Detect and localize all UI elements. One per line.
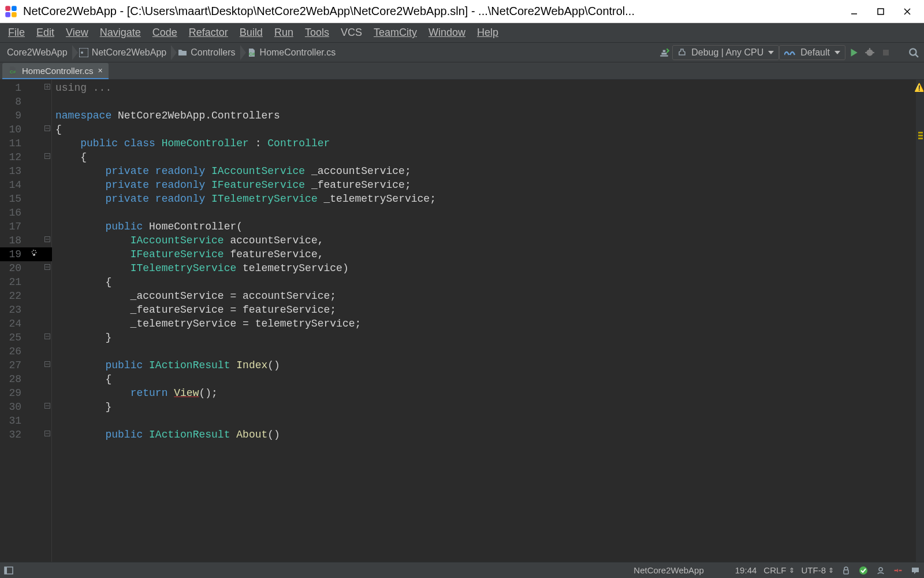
menu-help[interactable]: Help: [471, 24, 504, 41]
svg-rect-2: [5, 12, 10, 17]
menu-edit[interactable]: Edit: [31, 24, 60, 41]
debug-button[interactable]: [862, 45, 878, 60]
fold-collapse-icon[interactable]: [43, 149, 51, 163]
svg-rect-8: [79, 48, 88, 57]
window-minimize-button[interactable]: [841, 0, 867, 23]
svg-rect-15: [883, 50, 889, 55]
svg-text:C#: C#: [248, 51, 255, 57]
breadcrumb: Core2WebApp NetCore2WebApp Controllers C…: [2, 43, 342, 62]
fold-collapse-icon[interactable]: [43, 329, 51, 343]
svg-point-16: [910, 49, 916, 55]
menu-teamcity[interactable]: TeamCity: [368, 24, 423, 41]
build-solution-button[interactable]: [656, 45, 672, 60]
code-area[interactable]: using ...namespace NetCore2WebApp.Contro…: [52, 80, 916, 562]
svg-point-44: [879, 568, 882, 571]
line-number-gutter[interactable]: 1891011121314151617181920212223242526272…: [0, 80, 25, 562]
chevron-down-icon: [768, 51, 774, 54]
search-everywhere-button[interactable]: [906, 45, 922, 60]
breadcrumb-file[interactable]: C# HomeController.cs: [243, 43, 343, 62]
svg-rect-20: [33, 254, 35, 256]
window-title: NetCore2WebApp - [C:\Users\maart\Desktop…: [23, 5, 841, 18]
svg-rect-1: [12, 6, 17, 11]
memory-indicator[interactable]: [893, 565, 903, 576]
svg-point-11: [866, 49, 873, 55]
folder-icon: [178, 48, 187, 57]
svg-rect-0: [5, 6, 10, 11]
svg-text:C#: C#: [10, 69, 16, 75]
status-time: 19:44: [735, 565, 757, 575]
svg-point-43: [859, 566, 867, 575]
status-encoding[interactable]: UTF-8⇕: [802, 565, 834, 575]
menu-navigate[interactable]: Navigate: [94, 24, 147, 41]
fold-collapse-icon[interactable]: [43, 399, 51, 413]
status-line-separator[interactable]: CRLF⇕: [763, 565, 794, 575]
csharp-file-icon: C#: [8, 66, 17, 75]
svg-rect-42: [844, 570, 848, 574]
breadcrumb-solution[interactable]: Core2WebApp: [2, 43, 74, 62]
window-close-button[interactable]: [894, 0, 921, 23]
status-bar: NetCore2WebApp 19:44 CRLF⇕ UTF-8⇕: [0, 562, 924, 578]
window-titlebar: NetCore2WebApp - [C:\Users\maart\Desktop…: [0, 0, 924, 23]
tab-label: HomeController.cs: [22, 66, 93, 76]
chevron-down-icon: [834, 51, 840, 54]
fold-collapse-icon[interactable]: [43, 427, 51, 440]
editor-tabs: C# HomeController.cs ×: [0, 62, 924, 80]
menu-run[interactable]: Run: [269, 24, 299, 41]
marker-bar[interactable]: ⚠️: [916, 80, 924, 562]
editor-tab-active[interactable]: C# HomeController.cs ×: [2, 63, 109, 79]
breadcrumb-folder[interactable]: Controllers: [173, 43, 242, 62]
notifications-icon[interactable]: [910, 565, 921, 576]
toolwindow-toggle-button[interactable]: [3, 565, 14, 576]
menu-view[interactable]: View: [60, 24, 94, 41]
svg-rect-5: [878, 9, 884, 14]
window-maximize-button[interactable]: [867, 0, 894, 23]
fold-gutter[interactable]: [43, 80, 52, 562]
bulb-hint-icon[interactable]: [25, 246, 43, 260]
fold-expand-icon[interactable]: [43, 80, 51, 94]
menu-window[interactable]: Window: [423, 24, 471, 41]
menu-vcs[interactable]: VCS: [335, 24, 368, 41]
breadcrumb-project[interactable]: NetCore2WebApp: [74, 43, 174, 62]
status-project[interactable]: NetCore2WebApp: [634, 565, 703, 575]
fold-collapse-icon[interactable]: [43, 260, 51, 274]
code-editor[interactable]: 1891011121314151617181920212223242526272…: [0, 80, 924, 562]
menu-refactor[interactable]: Refactor: [183, 24, 234, 41]
fold-collapse-icon[interactable]: [43, 357, 51, 371]
menu-code[interactable]: Code: [147, 24, 183, 41]
menu-build[interactable]: Build: [234, 24, 269, 41]
run-target-dropdown[interactable]: Default: [779, 45, 845, 60]
svg-point-9: [81, 51, 83, 54]
gutter-annotations[interactable]: [25, 80, 43, 562]
svg-line-17: [915, 54, 918, 57]
inspection-profile-icon[interactable]: [875, 565, 886, 576]
run-button[interactable]: [845, 45, 862, 60]
build-config-dropdown[interactable]: Debug | Any CPU: [672, 45, 779, 60]
csharp-file-icon: C#: [247, 48, 256, 57]
csharp-project-icon: [79, 48, 88, 57]
lock-icon[interactable]: [841, 565, 851, 576]
tab-close-button[interactable]: ×: [98, 66, 102, 75]
menu-tools[interactable]: Tools: [299, 24, 335, 41]
svg-point-19: [32, 250, 36, 254]
app-icon: [3, 4, 18, 19]
fold-collapse-icon[interactable]: [43, 232, 51, 246]
inspection-ok-icon[interactable]: [858, 565, 869, 576]
svg-rect-41: [5, 567, 7, 574]
menu-file[interactable]: File: [2, 24, 31, 41]
fold-collapse-icon[interactable]: [43, 121, 51, 135]
stop-button[interactable]: [878, 45, 894, 60]
svg-rect-3: [12, 12, 17, 17]
menu-bar: File Edit View Navigate Code Refactor Bu…: [0, 23, 924, 43]
toolbar: Core2WebApp NetCore2WebApp Controllers C…: [0, 43, 924, 62]
